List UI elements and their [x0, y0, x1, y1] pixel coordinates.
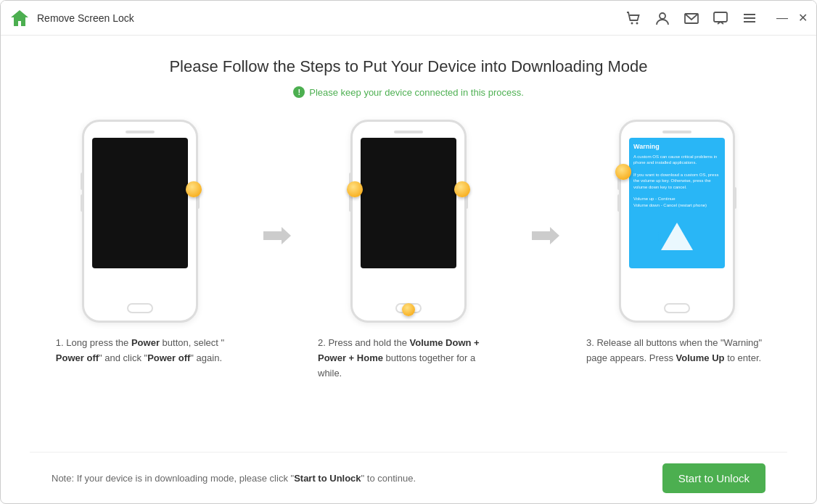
step-2: 2. Press and hold the Volume Down + Powe…	[300, 120, 517, 381]
step2-home-dot	[402, 303, 415, 316]
phone-speaker-2	[394, 131, 423, 133]
arrow-1-icon	[256, 221, 292, 250]
power-btn-3	[734, 187, 736, 209]
menu-icon[interactable]	[742, 10, 758, 26]
svg-point-2	[636, 22, 639, 24]
arrow-2-container	[517, 221, 568, 250]
user-icon[interactable]	[654, 10, 670, 26]
step-3-desc: 3. Release all buttons when the "Warning…	[579, 336, 775, 366]
step-3: Warning A custom OS can cause critical p…	[568, 120, 786, 366]
svg-rect-5	[714, 12, 727, 22]
warning-text3: Volume up - Continue	[633, 196, 720, 202]
vol-down-3	[617, 194, 620, 212]
title-bar-left: Remove Screen Lock	[9, 8, 134, 28]
svg-marker-9	[263, 227, 291, 244]
title-bar-right: — ✕	[625, 10, 808, 26]
warning-title: Warning	[633, 142, 720, 152]
phone-home-3	[664, 303, 690, 313]
step-3-text-suffix: to enter.	[725, 352, 762, 363]
main-content: Please Follow the Steps to Put Your Devi…	[1, 36, 816, 503]
step-1-bold1: Power	[131, 337, 160, 348]
vol-down-1	[81, 194, 83, 212]
vol-up-1	[81, 173, 83, 190]
footer-note-bold: Start to Unlock	[294, 473, 361, 484]
subtitle: ! Please keep your device connected in t…	[293, 86, 524, 98]
step2-vol-dot	[347, 181, 363, 197]
step-1-bold3: Power off	[147, 352, 190, 363]
mail-icon[interactable]	[683, 10, 699, 26]
steps-section: 1. Long press the Power button, select "…	[30, 120, 787, 381]
vol-down-2	[349, 194, 352, 212]
svg-point-3	[660, 13, 665, 19]
step-1-text-suffix: " again.	[190, 352, 222, 363]
warning-content: Warning A custom OS can cause critical p…	[633, 142, 720, 250]
step-2-text-prefix: 2. Press and hold the	[318, 337, 409, 348]
svg-point-1	[631, 22, 633, 24]
footer: Note: If your device is in downloading m…	[30, 453, 787, 503]
svg-marker-0	[11, 10, 28, 26]
warning-triangle: !	[633, 217, 720, 250]
phone-screen-2	[361, 138, 456, 268]
window-controls: — ✕	[776, 12, 808, 24]
step-2-phone	[350, 120, 467, 323]
phone-home-2	[395, 303, 422, 313]
chat-icon[interactable]	[713, 10, 728, 26]
phone-screen-1	[92, 138, 188, 268]
step3-vol-dot	[615, 164, 631, 180]
arrow-1-container	[249, 221, 300, 250]
warning-text2: If you want to download a custom OS, pre…	[633, 172, 720, 190]
triangle-exclaim: !	[657, 228, 662, 247]
step1-power-dot	[186, 181, 202, 197]
warning-text1: A custom OS can cause critical problems …	[633, 154, 720, 166]
phone-home-1	[127, 303, 153, 313]
subtitle-text: Please keep your device connected in thi…	[309, 87, 524, 98]
step-1-phone	[82, 120, 198, 323]
step-1-desc: 1. Long press the Power button, select "…	[49, 336, 231, 366]
phone-speaker-1	[126, 131, 155, 133]
title-bar: Remove Screen Lock	[1, 1, 816, 36]
step-1-text-mid2: " and click "	[99, 352, 147, 363]
svg-marker-10	[532, 227, 559, 244]
warning-text4: Volume down - Cancel (restart phone)	[633, 202, 720, 208]
footer-note-suffix: " to continue.	[361, 473, 416, 484]
phone-screen-3: Warning A custom OS can cause critical p…	[629, 138, 725, 268]
info-icon: !	[293, 86, 305, 98]
step-3-phone: Warning A custom OS can cause critical p…	[619, 120, 735, 323]
triangle-shape	[661, 223, 693, 250]
step-3-bold1: Volume Up	[676, 352, 725, 363]
step-1-text-prefix: 1. Long press the	[56, 337, 131, 348]
cart-icon[interactable]	[625, 10, 641, 26]
page-title: Please Follow the Steps to Put Your Devi…	[169, 57, 647, 76]
step-1-bold2: Power off	[56, 352, 99, 363]
footer-note: Note: If your device is in downloading m…	[52, 473, 416, 484]
phone-speaker-3	[662, 131, 691, 133]
app-icon	[9, 8, 30, 28]
step-1-text-mid: button, select "	[160, 337, 224, 348]
close-button[interactable]: ✕	[798, 12, 808, 24]
minimize-button[interactable]: —	[776, 12, 788, 24]
step2-power-dot	[454, 181, 470, 197]
footer-note-prefix: Note: If your device is in downloading m…	[52, 473, 294, 484]
app-title: Remove Screen Lock	[37, 12, 134, 24]
arrow-2-icon	[525, 221, 561, 250]
start-to-unlock-button[interactable]: Start to Unlock	[662, 463, 765, 493]
step-2-desc: 2. Press and hold the Volume Down + Powe…	[311, 336, 506, 381]
step-1: 1. Long press the Power button, select "…	[31, 120, 249, 366]
